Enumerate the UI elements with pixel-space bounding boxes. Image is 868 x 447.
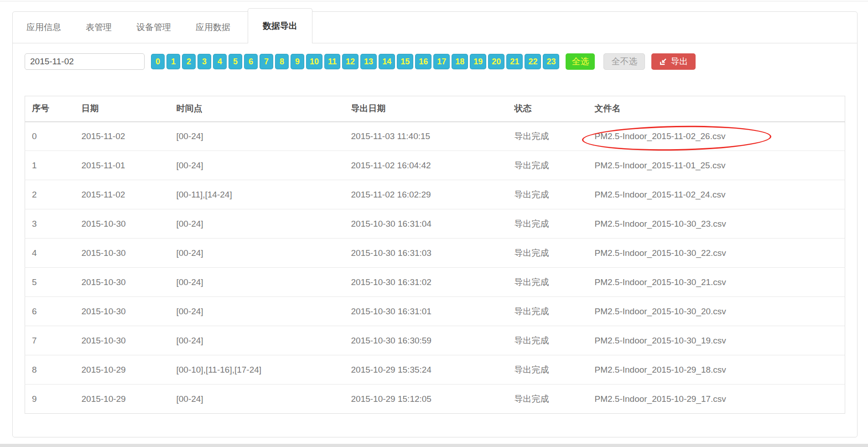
table-cell: 9 bbox=[25, 385, 75, 414]
hour-button-3[interactable]: 3 bbox=[198, 54, 211, 69]
table-row: 62015-10-30[00-24]2015-10-30 16:31:01导出完… bbox=[25, 297, 845, 326]
hour-button-2[interactable]: 2 bbox=[182, 54, 196, 69]
table-cell: [00-24] bbox=[170, 297, 344, 326]
download-icon bbox=[659, 58, 667, 66]
hour-button-0[interactable]: 0 bbox=[151, 54, 165, 69]
table-cell: [00-24] bbox=[170, 268, 344, 297]
filename-cell: PM2.5-Indoor_2015-11-02_26.csv bbox=[588, 122, 845, 151]
tab-应用信息[interactable]: 应用信息 bbox=[19, 12, 68, 43]
tab-数据导出[interactable]: 数据导出 bbox=[248, 8, 312, 43]
hour-button-19[interactable]: 19 bbox=[470, 54, 486, 69]
hour-button-5[interactable]: 5 bbox=[229, 54, 242, 69]
table-cell: 导出完成 bbox=[508, 122, 588, 151]
deselect-all-button[interactable]: 全不选 bbox=[603, 53, 645, 70]
table-row: 82015-10-29[00-10],[11-16],[17-24]2015-1… bbox=[25, 355, 845, 385]
hour-button-7[interactable]: 7 bbox=[260, 54, 273, 69]
hour-button-15[interactable]: 15 bbox=[397, 54, 413, 69]
hour-button-4[interactable]: 4 bbox=[213, 54, 227, 69]
table-cell: 2015-11-01 bbox=[75, 151, 170, 180]
tab-设备管理[interactable]: 设备管理 bbox=[129, 12, 178, 43]
hour-button-21[interactable]: 21 bbox=[506, 54, 523, 69]
table-row: 12015-11-01[00-24]2015-11-02 16:04:42导出完… bbox=[25, 151, 845, 180]
table-cell: 导出完成 bbox=[508, 385, 588, 414]
table-row: 52015-10-30[00-24]2015-10-30 16:31:02导出完… bbox=[25, 268, 845, 297]
panel-content: 01234567891011121314151617181920212223 全… bbox=[13, 43, 857, 414]
filename-cell: PM2.5-Indoor_2015-10-29_17.csv bbox=[588, 385, 845, 414]
table-cell: [00-24] bbox=[170, 239, 344, 268]
table-row: 72015-10-30[00-24]2015-10-30 16:30:59导出完… bbox=[25, 326, 845, 355]
table-cell: 2015-10-30 16:31:04 bbox=[344, 209, 508, 239]
hour-button-11[interactable]: 11 bbox=[324, 54, 340, 69]
column-header: 文件名 bbox=[588, 96, 845, 122]
table-cell: 2015-10-30 16:31:01 bbox=[344, 297, 508, 326]
hour-button-16[interactable]: 16 bbox=[415, 54, 431, 69]
top-divider bbox=[0, 1, 868, 1]
table-cell: [00-24] bbox=[170, 122, 344, 151]
tab-bar: 应用信息表管理设备管理应用数据数据导出 bbox=[13, 12, 857, 43]
column-header: 日期 bbox=[75, 96, 170, 122]
table-cell: 2015-10-30 bbox=[75, 268, 170, 297]
table-cell: 2015-10-29 15:35:24 bbox=[344, 355, 508, 385]
export-button[interactable]: 导出 bbox=[651, 53, 696, 70]
table-row: 02015-11-02[00-24]2015-11-03 11:40:15导出完… bbox=[25, 122, 845, 151]
select-all-button[interactable]: 全选 bbox=[566, 53, 595, 70]
table-cell: 导出完成 bbox=[508, 355, 588, 385]
filename-cell: PM2.5-Indoor_2015-10-30_21.csv bbox=[588, 268, 845, 297]
table-row: 92015-10-29[00-24]2015-10-29 15:12:05导出完… bbox=[25, 385, 845, 414]
table-cell: 2015-10-30 bbox=[75, 209, 170, 239]
table-cell: 2015-10-30 bbox=[75, 326, 170, 355]
table-cell: 2015-11-02 16:02:29 bbox=[344, 180, 508, 209]
table-cell: 2015-10-30 bbox=[75, 239, 170, 268]
hour-button-8[interactable]: 8 bbox=[275, 54, 289, 69]
hour-button-18[interactable]: 18 bbox=[452, 54, 468, 69]
hour-button-6[interactable]: 6 bbox=[244, 54, 258, 69]
hour-button-17[interactable]: 17 bbox=[433, 54, 450, 69]
table-cell: [00-24] bbox=[170, 209, 344, 239]
table-cell: 2015-10-29 bbox=[75, 355, 170, 385]
filename-cell: PM2.5-Indoor_2015-11-01_25.csv bbox=[588, 151, 845, 180]
filename-cell: PM2.5-Indoor_2015-10-30_23.csv bbox=[588, 209, 845, 239]
hour-button-13[interactable]: 13 bbox=[360, 54, 377, 69]
date-input[interactable] bbox=[25, 53, 145, 70]
hour-button-1[interactable]: 1 bbox=[166, 54, 180, 69]
column-header: 序号 bbox=[25, 96, 75, 122]
export-button-label: 导出 bbox=[670, 56, 688, 68]
table-cell: [00-10],[11-16],[17-24] bbox=[170, 355, 344, 385]
table-row: 22015-11-02[00-11],[14-24]2015-11-02 16:… bbox=[25, 180, 845, 209]
tab-表管理[interactable]: 表管理 bbox=[78, 12, 119, 43]
table-cell: 导出完成 bbox=[508, 151, 588, 180]
tab-应用数据[interactable]: 应用数据 bbox=[188, 12, 238, 43]
hour-button-20[interactable]: 20 bbox=[488, 54, 504, 69]
page: 应用信息表管理设备管理应用数据数据导出 01234567891011121314… bbox=[0, 0, 868, 447]
table-body: 02015-11-02[00-24]2015-11-03 11:40:15导出完… bbox=[25, 122, 845, 414]
hour-buttons: 01234567891011121314151617181920212223 bbox=[151, 54, 559, 69]
table-cell: 7 bbox=[25, 326, 75, 355]
hour-button-9[interactable]: 9 bbox=[291, 54, 304, 69]
table-cell: 导出完成 bbox=[508, 326, 588, 355]
table-cell: 2015-10-30 16:31:02 bbox=[344, 268, 508, 297]
export-table: 序号日期时间点导出日期状态文件名 02015-11-02[00-24]2015-… bbox=[25, 96, 845, 414]
hour-button-22[interactable]: 22 bbox=[525, 54, 541, 69]
filename-cell: PM2.5-Indoor_2015-11-02_24.csv bbox=[588, 180, 845, 209]
filename-cell: PM2.5-Indoor_2015-10-29_18.csv bbox=[588, 355, 845, 385]
table-cell: 2015-11-02 bbox=[75, 122, 170, 151]
table-cell: [00-24] bbox=[170, 151, 344, 180]
data-export-panel: 应用信息表管理设备管理应用数据数据导出 01234567891011121314… bbox=[12, 11, 858, 437]
table-cell: [00-11],[14-24] bbox=[170, 180, 344, 209]
table-cell: 4 bbox=[25, 239, 75, 268]
table-cell: 导出完成 bbox=[508, 268, 588, 297]
table-cell: 导出完成 bbox=[508, 180, 588, 209]
filename-cell: PM2.5-Indoor_2015-10-30_19.csv bbox=[588, 326, 845, 355]
column-header: 导出日期 bbox=[344, 96, 508, 122]
hour-button-23[interactable]: 23 bbox=[543, 54, 559, 69]
hour-button-10[interactable]: 10 bbox=[306, 54, 322, 69]
table-cell: 8 bbox=[25, 355, 75, 385]
table-cell: 2 bbox=[25, 180, 75, 209]
hour-button-14[interactable]: 14 bbox=[379, 54, 395, 69]
table-cell: 2015-11-02 16:04:42 bbox=[344, 151, 508, 180]
table-cell: 导出完成 bbox=[508, 297, 588, 326]
controls-row: 01234567891011121314151617181920212223 全… bbox=[25, 53, 845, 70]
hour-button-12[interactable]: 12 bbox=[342, 54, 359, 69]
table-cell: 2015-10-29 15:12:05 bbox=[344, 385, 508, 414]
bottom-strip bbox=[0, 444, 868, 447]
